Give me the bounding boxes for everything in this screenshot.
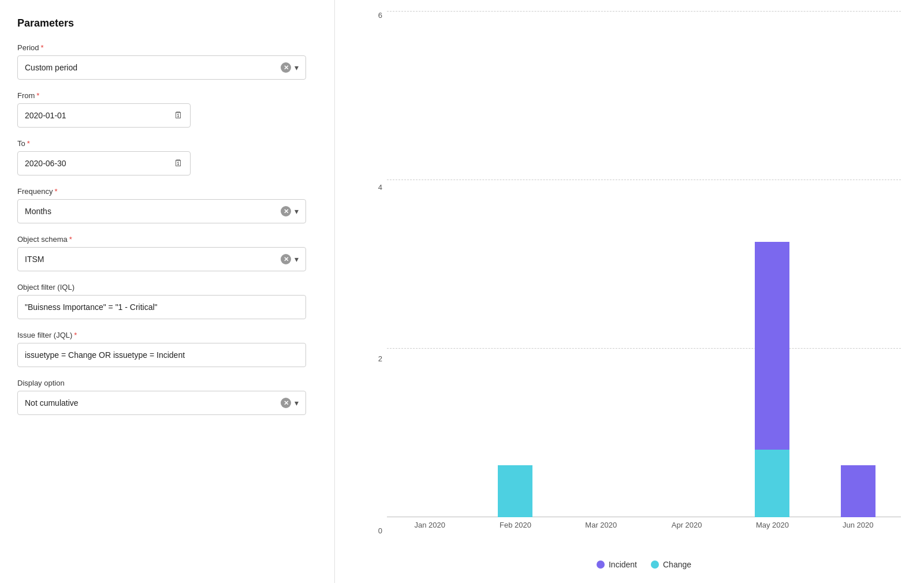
x-axis-label: Jun 2020	[815, 517, 901, 535]
object-schema-label: Object schema *	[17, 235, 317, 244]
issue-filter-required: *	[74, 331, 77, 339]
bar-incident	[755, 242, 789, 450]
object-schema-clear-icon[interactable]: ✕	[281, 254, 291, 264]
y-axis-label: 2	[358, 355, 387, 362]
issue-filter-input-wrapper[interactable]	[17, 343, 306, 367]
bar-stack	[498, 465, 532, 517]
from-calendar-icon: 🗓	[174, 110, 183, 121]
frequency-select[interactable]: Months ✕ ▾	[17, 199, 306, 223]
bar-change	[755, 450, 789, 517]
bars-row	[387, 12, 901, 517]
period-value: Custom period	[25, 63, 281, 72]
frequency-field-group: Frequency * Months ✕ ▾	[17, 187, 317, 223]
chart-area: 6420 Jan 2020Feb 2020Mar 2020Apr 2020May…	[358, 12, 901, 552]
frequency-clear-icon[interactable]: ✕	[281, 206, 291, 216]
x-axis-label: Mar 2020	[558, 517, 644, 535]
panel-title: Parameters	[17, 17, 317, 29]
frequency-value: Months	[25, 207, 281, 216]
display-option-chevron-icon: ▾	[295, 398, 299, 408]
legend-incident-dot	[597, 560, 605, 569]
month-group	[729, 12, 815, 517]
period-select[interactable]: Custom period ✕ ▾	[17, 55, 306, 80]
bar-stack	[841, 465, 875, 517]
display-option-field-group: Display option Not cumulative ✕ ▾	[17, 379, 317, 415]
frequency-required: *	[54, 187, 57, 196]
y-axis-label: 6	[358, 12, 387, 19]
display-option-select-icons: ✕ ▾	[281, 398, 299, 408]
period-field-group: Period * Custom period ✕ ▾	[17, 43, 317, 80]
object-schema-required: *	[69, 235, 72, 244]
legend-incident: Incident	[597, 560, 637, 569]
y-axis-label: 0	[358, 527, 387, 535]
display-option-select[interactable]: Not cumulative ✕ ▾	[17, 391, 306, 415]
from-date-input[interactable]: 2020-01-01 🗓	[17, 103, 191, 128]
object-schema-select[interactable]: ITSM ✕ ▾	[17, 247, 306, 271]
period-required: *	[41, 43, 44, 52]
display-option-label: Display option	[17, 379, 317, 387]
legend-change-dot	[651, 560, 659, 569]
chart-inner: 6420 Jan 2020Feb 2020Mar 2020Apr 2020May…	[358, 12, 901, 552]
to-calendar-icon: 🗓	[174, 158, 183, 169]
object-filter-input[interactable]	[25, 302, 299, 312]
object-schema-value: ITSM	[25, 255, 281, 264]
month-group	[644, 12, 729, 517]
x-labels: Jan 2020Feb 2020Mar 2020Apr 2020May 2020…	[387, 517, 901, 535]
object-filter-label: Object filter (IQL)	[17, 283, 317, 292]
y-axis-label: 4	[358, 184, 387, 191]
month-group	[558, 12, 644, 517]
to-required: *	[27, 139, 30, 148]
grid-and-bars: Jan 2020Feb 2020Mar 2020Apr 2020May 2020…	[387, 12, 901, 535]
to-label: To *	[17, 139, 317, 148]
object-schema-field-group: Object schema * ITSM ✕ ▾	[17, 235, 317, 271]
legend-incident-label: Incident	[609, 560, 637, 569]
object-schema-select-icons: ✕ ▾	[281, 254, 299, 264]
x-axis-label: Feb 2020	[472, 517, 558, 535]
to-date-value: 2020-06-30	[25, 159, 174, 168]
from-date-value: 2020-01-01	[25, 111, 174, 120]
bar-change	[498, 465, 532, 517]
x-axis-label: Apr 2020	[644, 517, 729, 535]
frequency-chevron-icon: ▾	[295, 207, 299, 216]
period-label: Period *	[17, 43, 317, 52]
bar-incident	[841, 465, 875, 517]
display-option-clear-icon[interactable]: ✕	[281, 398, 291, 408]
right-panel: 6420 Jan 2020Feb 2020Mar 2020Apr 2020May…	[335, 0, 924, 583]
legend-change: Change	[651, 560, 691, 569]
chart-legend: Incident Change	[358, 552, 901, 571]
month-group	[472, 12, 558, 517]
month-group	[387, 12, 472, 517]
x-axis-label: Jan 2020	[387, 517, 472, 535]
frequency-label: Frequency *	[17, 187, 317, 196]
object-schema-chevron-icon: ▾	[295, 255, 299, 264]
issue-filter-label: Issue filter (JQL) *	[17, 331, 317, 339]
bar-stack	[755, 242, 789, 517]
left-panel: Parameters Period * Custom period ✕ ▾ Fr…	[0, 0, 335, 583]
period-select-icons: ✕ ▾	[281, 62, 299, 73]
month-group	[815, 12, 901, 517]
to-date-input[interactable]: 2020-06-30 🗓	[17, 151, 191, 175]
from-field-group: From * 2020-01-01 🗓	[17, 91, 317, 128]
period-chevron-icon: ▾	[295, 63, 299, 72]
period-clear-icon[interactable]: ✕	[281, 62, 291, 73]
to-field-group: To * 2020-06-30 🗓	[17, 139, 317, 175]
legend-change-label: Change	[663, 560, 691, 569]
object-filter-field-group: Object filter (IQL)	[17, 283, 317, 319]
issue-filter-input[interactable]	[25, 350, 299, 360]
x-axis-label: May 2020	[729, 517, 815, 535]
display-option-value: Not cumulative	[25, 398, 281, 408]
frequency-select-icons: ✕ ▾	[281, 206, 299, 216]
from-required: *	[36, 91, 39, 100]
y-axis: 6420	[358, 12, 387, 535]
from-label: From *	[17, 91, 317, 100]
issue-filter-field-group: Issue filter (JQL) *	[17, 331, 317, 367]
object-filter-input-wrapper[interactable]	[17, 295, 306, 319]
